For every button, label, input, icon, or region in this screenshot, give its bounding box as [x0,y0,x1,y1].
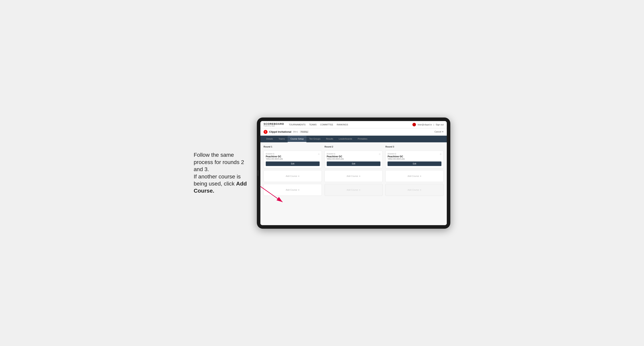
round-3-add-course-2: Add Course + [385,184,444,196]
tab-tee-groups[interactable]: Tee Groups [306,136,323,142]
round-3-course-card: ○ (Course A) Peachtree GC Yellow (M) (66… [385,151,444,168]
tab-leaderboards[interactable]: Leaderboards [336,136,355,142]
scoreboard-logo: SCOREBOARD Powered by clippd [264,123,284,127]
round-1-course-card: ○ (Course A) Peachtree GC Yellow (M) (66… [264,151,322,168]
tournament-gender: (Men) [293,131,298,133]
round-3-delete-icon[interactable]: ○ [440,152,442,156]
round-1-add-course-label-1: Add Course [286,175,297,177]
round-2-add-course-1[interactable]: Add Course + [324,170,383,182]
nav-tournaments[interactable]: TOURNAMENTS [289,123,306,126]
page-container: Follow the same process for rounds 2 and… [194,118,450,229]
round-1-course-label: (Course A) [266,153,320,155]
round-3-add-course-label-1: Add Course [408,175,419,177]
sub-header-left: C Clippd Invitational (Men) Hosting [264,130,309,134]
tab-teams[interactable]: Teams [276,136,288,142]
round-3-add-course-1[interactable]: Add Course + [385,170,444,182]
round-1-edit-button[interactable]: Edit [266,162,320,166]
cancel-button[interactable]: Cancel ✕ [434,131,444,133]
round-1-delete-icon[interactable]: ○ [318,152,320,156]
round-3-course-name: Peachtree GC [388,155,442,158]
round-2-course-name: Peachtree GC [327,155,381,158]
main-content: Round 1 ○ (Course A) Peachtree GC Yellow… [260,142,447,225]
tab-course-setup[interactable]: Course Setup [288,136,306,142]
tablet-screen: SCOREBOARD Powered by clippd TOURNAMENTS… [260,121,447,225]
round-2-course-card: ○ (Course A) Peachtree GC Yellow (M) (66… [324,151,383,168]
round-1-add-course-1[interactable]: Add Course + [264,170,322,182]
round-1-add-course-plus-1: + [298,174,300,178]
round-1-add-course-label-2: Add Course [286,189,297,191]
round-3-title: Round 3 [385,146,444,148]
user-email: blair@clippd.io [418,123,432,126]
round-1-add-course-2[interactable]: Add Course + [264,184,322,196]
instruction-text: Follow the same process for rounds 2 and… [194,152,249,194]
tab-printables[interactable]: Printables [355,136,370,142]
round-2-add-course-plus-2: + [359,188,360,191]
round-3-col: Round 3 ○ (Course A) Peachtree GC Yellow… [385,146,444,196]
round-2-course-label: (Course A) [327,153,381,155]
user-avatar [412,123,416,126]
round-1-col: Round 1 ○ (Course A) Peachtree GC Yellow… [264,146,322,196]
sign-out-link[interactable]: Sign out [436,123,444,126]
clippd-icon: C [264,130,268,134]
round-3-edit-button[interactable]: Edit [388,162,442,166]
round-2-add-course-label-1: Add Course [347,175,358,177]
tab-results[interactable]: Results [323,136,336,142]
round-2-add-course-2: Add Course + [324,184,383,196]
nav-right: blair@clippd.io | Sign out [412,123,444,126]
tab-bar: Details Teams Course Setup Tee Groups Re… [260,136,447,142]
round-1-course-detail: Yellow (M) (6629 yds) [266,158,320,160]
hosting-badge: Hosting [300,131,309,133]
top-nav: SCOREBOARD Powered by clippd TOURNAMENTS… [260,121,447,128]
round-2-course-detail: Yellow (M) (6629 yds) [327,158,381,160]
separator: | [434,123,434,126]
round-2-col: Round 2 ○ (Course A) Peachtree GC Yellow… [324,146,383,196]
nav-committee[interactable]: COMMITTEE [320,123,333,126]
tournament-name: Clippd Invitational [269,130,292,133]
logo-sub-text: Powered by clippd [264,125,284,127]
round-1-course-name: Peachtree GC [266,155,320,158]
round-1-add-course-plus-2: + [298,188,300,191]
round-3-add-course-plus-2: + [420,188,422,191]
round-1-title: Round 1 [264,146,322,148]
round-2-add-course-label-2: Add Course [347,189,358,191]
rounds-grid: Round 1 ○ (Course A) Peachtree GC Yellow… [264,146,444,196]
nav-teams[interactable]: TEAMS [309,123,317,126]
logo-main-text: SCOREBOARD [264,123,284,125]
round-2-title: Round 2 [324,146,383,148]
round-3-course-label: (Course A) [388,153,442,155]
round-3-add-course-label-2: Add Course [408,189,419,191]
cancel-label: Cancel ✕ [434,131,444,133]
round-3-add-course-plus-1: + [420,174,422,178]
round-2-delete-icon[interactable]: ○ [379,152,380,156]
tablet-frame: SCOREBOARD Powered by clippd TOURNAMENTS… [257,118,450,229]
add-course-emphasis: Add Course. [194,180,247,194]
nav-links: TOURNAMENTS TEAMS COMMITTEE RANKINGS [289,123,408,126]
round-2-edit-button[interactable]: Edit [327,162,381,166]
sub-header: C Clippd Invitational (Men) Hosting Canc… [260,128,447,136]
round-2-add-course-plus-1: + [359,174,360,178]
nav-rankings[interactable]: RANKINGS [337,123,348,126]
tablet-side-button [258,170,258,176]
round-3-course-detail: Yellow (M) (6629 yds) [388,158,442,160]
tab-details[interactable]: Details [264,136,276,142]
